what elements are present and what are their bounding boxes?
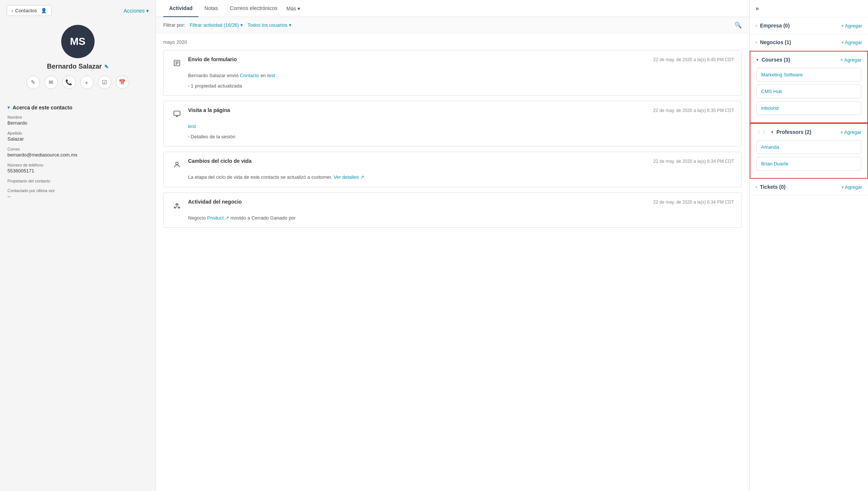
tickets-section-header[interactable]: › Tickets (0) + Agregar — [750, 179, 868, 195]
empresa-title: Empresa (0) — [760, 23, 790, 29]
activity-filter-label: Filtrar actividad (16/26) — [190, 22, 239, 28]
tab-correos[interactable]: Correos electrónicos — [224, 0, 283, 17]
professor-item-amanda[interactable]: Amanda — [756, 140, 861, 154]
expand-chevron-icon: › — [188, 83, 189, 89]
form-test-link[interactable]: test — [267, 73, 275, 78]
about-section-header[interactable]: ▾ Acerca de este contacto — [0, 100, 155, 115]
svg-point-8 — [174, 207, 176, 208]
activity-filter-button[interactable]: Filtrar actividad (16/26) ▾ — [190, 22, 243, 28]
tabs-bar: Actividad Notas Correos electrónicos Más… — [156, 0, 749, 17]
deal-suffix-text: movido a Cerrado Ganado por — [230, 215, 296, 221]
activity-feed: mayo 2020 Envío de formulario 22 de may.… — [156, 33, 749, 491]
user-filter-label: Todos los usuarios — [247, 22, 287, 28]
back-label: Contactos — [15, 8, 37, 13]
lifecycle-icon — [171, 159, 183, 171]
form-contact-link[interactable]: Contacto — [240, 73, 259, 78]
professor-item-brian-duarte[interactable]: Brian Duarte — [756, 157, 861, 171]
tab-more-label: Más — [286, 6, 296, 11]
avatar-initials: MS — [70, 36, 86, 47]
courses-section-header[interactable]: ▾ Courses (3) + Agregar — [750, 52, 867, 68]
collapse-icon: » — [756, 5, 759, 11]
page-test-link[interactable]: test — [188, 123, 196, 129]
filters-bar: Filtrar por: Filtrar actividad (16/26) ▾… — [156, 17, 749, 33]
phone-icon-button[interactable]: 📞 — [62, 76, 76, 89]
right-section-tickets: › Tickets (0) + Agregar — [750, 179, 868, 195]
action-icons-row: ✎ ✉ 📞 + ☑ 📅 — [27, 76, 129, 89]
field-label: Nombre — [7, 115, 148, 119]
negocios-section-header[interactable]: › Negocios (1) + Agregar — [750, 34, 868, 50]
search-button[interactable]: 🔍 — [734, 22, 742, 29]
courses-title-row: ▾ Courses (3) — [756, 57, 790, 63]
deal-timestamp: 22 de may. de 2020 a la(s) 6:34 PM CDT — [653, 200, 734, 205]
field-label: Apellido — [7, 131, 148, 135]
contact-field-row: Propietario del contacto — [7, 179, 148, 183]
contact-field-row: Contactado por última vez-- — [7, 188, 148, 199]
lifecycle-body-text: La etapa del ciclo de vida de este conta… — [188, 174, 333, 180]
field-value: Bernardo — [7, 120, 148, 126]
calendar-icon-button[interactable]: 📅 — [116, 76, 129, 89]
professors-section-header[interactable]: ⋮⋮ ▾ Professors (2) + Agregar — [750, 124, 867, 140]
page-activity-title: Visita a la página — [188, 107, 230, 113]
tab-notas[interactable]: Notas — [198, 0, 224, 17]
lifecycle-timestamp: 22 de may. de 2020 a la(s) 6:34 PM CDT — [653, 159, 734, 164]
deal-product-link[interactable]: Product ↗ — [207, 215, 229, 221]
left-header: ‹ Contactos 👤 Acciones ▾ — [0, 0, 155, 21]
tickets-add-button[interactable]: + Agregar — [841, 184, 862, 190]
back-to-contacts-button[interactable]: ‹ Contactos 👤 — [7, 5, 52, 16]
card-header-lifecycle: Cambios del ciclo de vida 22 de may. de … — [171, 158, 734, 171]
course-item-cms-hub[interactable]: CMS Hub — [756, 85, 861, 98]
svg-point-9 — [178, 207, 180, 208]
page-activity-body: test › Detalles de la sesión — [171, 123, 734, 140]
contact-field-row: Correobernardo@mediasource.com.mx — [7, 147, 148, 158]
courses-add-button[interactable]: + Agregar — [840, 57, 861, 63]
professors-chevron-icon: ▾ — [771, 130, 773, 135]
form-body-text: Bernardo Salazar envió — [188, 73, 239, 78]
activity-card-lifecycle: Cambios del ciclo de vida 22 de may. de … — [163, 152, 742, 187]
svg-point-7 — [176, 162, 178, 165]
form-expand-row[interactable]: › 1 propiedad actualizada — [188, 82, 734, 90]
right-section-empresa: › Empresa (0) + Agregar — [750, 17, 868, 34]
tickets-chevron-icon: › — [756, 185, 757, 189]
professors-add-button[interactable]: + Agregar — [840, 129, 861, 135]
contact-field-row: NombreBernardo — [7, 115, 148, 126]
negocios-add-button[interactable]: + Agregar — [841, 40, 862, 45]
right-sidebar: » › Empresa (0) + Agregar › Negocios (1)… — [749, 0, 868, 491]
tasks-icon-button[interactable]: ☑ — [98, 76, 111, 89]
user-filter-button[interactable]: Todos los usuarios ▾ — [247, 22, 292, 28]
page-expand-label: Detalles de la sesión — [191, 133, 235, 141]
activity-card-deal: Actividad del negocio 22 de may. de 2020… — [163, 192, 742, 228]
right-section-negocios: › Negocios (1) + Agregar — [750, 34, 868, 51]
search-icon: 🔍 — [734, 22, 742, 28]
about-section-label: Acerca de este contacto — [13, 105, 72, 111]
deal-body-text: Negocio — [188, 215, 207, 221]
about-chevron-icon: ▾ — [7, 105, 10, 110]
deal-icon — [171, 200, 183, 211]
tab-more[interactable]: Más ▾ — [283, 0, 303, 17]
title-row-lifecycle: Cambios del ciclo de vida 22 de may. de … — [188, 158, 734, 164]
actions-chevron-icon: ▾ — [146, 8, 149, 14]
edit-icon-button[interactable]: ✎ — [27, 76, 40, 89]
empresa-add-button[interactable]: + Agregar — [841, 23, 862, 29]
collapse-sidebar-button[interactable]: » — [756, 5, 759, 12]
activity-filter-chevron-icon: ▾ — [240, 22, 243, 28]
tab-correos-label: Correos electrónicos — [230, 5, 277, 11]
page-expand-row[interactable]: › Detalles de la sesión — [188, 133, 734, 141]
field-value: 5536005171 — [7, 168, 148, 174]
email-icon-button[interactable]: ✉ — [45, 76, 58, 89]
form-activity-title: Envío de formulario — [188, 56, 237, 62]
course-item-inbound[interactable]: Inbound — [756, 101, 861, 115]
empresa-section-header[interactable]: › Empresa (0) + Agregar — [750, 17, 868, 34]
lifecycle-details-link[interactable]: Ver detalles ↗ — [333, 174, 364, 180]
field-label: Propietario del contacto — [7, 179, 148, 183]
user-filter-chevron-icon: ▾ — [289, 22, 292, 28]
page-timestamp: 22 de may. de 2020 a la(s) 6:35 PM CDT — [653, 108, 734, 113]
edit-contact-icon[interactable]: ✎ — [104, 64, 109, 70]
tab-actividad-label: Actividad — [169, 5, 193, 11]
actions-button[interactable]: Acciones ▾ — [124, 8, 149, 14]
course-item-marketing-software[interactable]: Marketing Software — [756, 68, 861, 82]
tab-actividad[interactable]: Actividad — [163, 0, 198, 17]
empresa-chevron-icon: › — [756, 23, 757, 28]
title-row-deal: Actividad del negocio 22 de may. de 2020… — [188, 199, 734, 205]
add-icon-button[interactable]: + — [80, 76, 93, 89]
right-section-professors: ⋮⋮ ▾ Professors (2) + Agregar Amanda Bri… — [750, 123, 868, 179]
